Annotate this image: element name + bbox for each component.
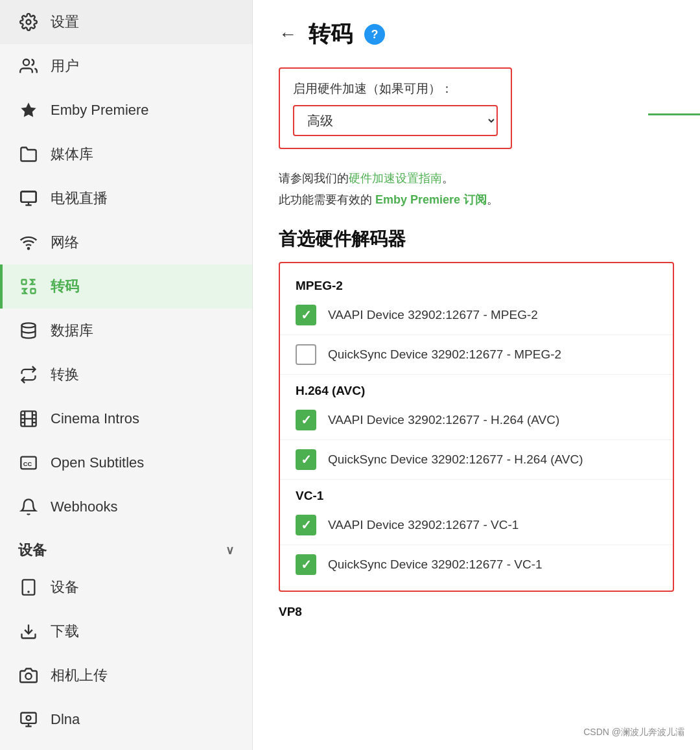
preferred-decoder-heading: 首选硬件解码器 xyxy=(279,227,674,252)
chevron-down-icon: ∨ xyxy=(226,543,234,557)
sidebar-item-label: 转换 xyxy=(51,365,79,384)
sidebar-item-database[interactable]: 数据库 xyxy=(0,309,252,353)
page-header: ← 转码 ? xyxy=(279,19,674,49)
sidebar-item-transcode[interactable]: 转码 xyxy=(0,264,252,309)
hw-accel-label: 启用硬件加速（如果可用）： xyxy=(293,80,498,97)
decoder-item: VAAPI Device 32902:12677 - VC-1 xyxy=(280,506,673,545)
decoder-checkbox[interactable] xyxy=(296,410,316,430)
decoder-checkbox[interactable] xyxy=(296,449,316,470)
sidebar-item-label: 转码 xyxy=(51,277,79,296)
codec-heading-mpeg2: MPEG-2 xyxy=(280,270,673,296)
help-button[interactable]: ? xyxy=(364,24,385,45)
sidebar-item-label: 下载 xyxy=(51,622,79,641)
page-title: 转码 xyxy=(309,19,353,49)
svg-text:CC: CC xyxy=(23,461,32,467)
main-content: ← 转码 ? 启用硬件加速（如果可用）： 无基础高级 请参阅我们的硬件加速设置指… xyxy=(253,0,700,750)
devices-section-label: 设备 xyxy=(18,541,47,560)
device-icon xyxy=(18,577,39,598)
hw-accel-section: 启用硬件加速（如果可用）： 无基础高级 xyxy=(279,67,512,149)
svg-point-24 xyxy=(25,674,31,679)
users-icon xyxy=(18,56,39,76)
vp8-heading: VP8 xyxy=(279,605,674,619)
info-line2: 此功能需要有效的 Emby Premiere 订阅。 xyxy=(279,191,674,209)
sidebar-item-emby-premiere[interactable]: Emby Premiere xyxy=(0,88,252,132)
svg-rect-3 xyxy=(21,192,36,202)
svg-point-10 xyxy=(22,323,36,327)
devices-section-header[interactable]: 设备 ∨ xyxy=(0,529,252,565)
sidebar-item-label: 数据库 xyxy=(51,321,93,340)
decoder-item: QuickSync Device 32902:12677 - MPEG-2 xyxy=(280,335,673,375)
download-icon xyxy=(18,621,39,642)
sidebar-item-webhooks[interactable]: Webhooks xyxy=(0,485,252,529)
sidebar-item-users[interactable]: 用户 xyxy=(0,44,252,88)
bell-icon xyxy=(18,497,39,517)
sidebar-item-label: Dlna xyxy=(51,711,80,728)
decoder-item: QuickSync Device 32902:12677 - H.264 (AV… xyxy=(280,440,673,480)
sidebar-item-label: Open Subtitles xyxy=(51,454,144,471)
sidebar-item-device[interactable]: 设备 xyxy=(0,565,252,609)
tv-icon xyxy=(18,188,39,209)
emby-premiere-link[interactable]: Emby Premiere 订阅 xyxy=(375,193,487,206)
decoder-label: VAAPI Device 32902:12677 - MPEG-2 xyxy=(328,308,538,322)
hw-guide-link[interactable]: 硬件加速设置指南 xyxy=(349,172,442,185)
database-icon xyxy=(18,320,39,341)
sidebar-item-label: Emby Premiere xyxy=(51,102,149,119)
sidebar-item-dlna[interactable]: Dlna xyxy=(0,697,252,742)
transcode-icon xyxy=(18,276,39,297)
dlna-icon xyxy=(18,709,39,730)
decoder-list-box: MPEG-2VAAPI Device 32902:12677 - MPEG-2Q… xyxy=(279,262,674,592)
camera-icon xyxy=(18,665,39,686)
decoder-item: QuickSync Device 32902:12677 - VC-1 xyxy=(280,545,673,584)
svg-rect-9 xyxy=(31,289,36,294)
sidebar: 设置 用户 Emby Premiere 媒体库 电视直播 网络 转码 数据库 转… xyxy=(0,0,253,750)
gear-icon xyxy=(18,12,39,32)
sidebar-item-label: 设备 xyxy=(51,578,79,597)
sidebar-item-label: 电视直播 xyxy=(51,189,108,208)
decoder-checkbox[interactable] xyxy=(296,554,316,575)
svg-point-1 xyxy=(23,60,29,65)
star-icon xyxy=(18,100,39,121)
svg-rect-25 xyxy=(21,713,36,723)
svg-point-28 xyxy=(27,716,31,720)
subtitles-icon: CC xyxy=(18,452,39,473)
convert-icon xyxy=(18,364,39,385)
wifi-icon xyxy=(18,232,39,253)
annotation-line xyxy=(648,113,700,115)
sidebar-item-label: 媒体库 xyxy=(51,145,93,164)
sidebar-item-label: 相机上传 xyxy=(51,666,108,685)
hw-accel-select[interactable]: 无基础高级 xyxy=(293,105,498,136)
codec-heading-h264: H.264 (AVC) xyxy=(280,375,673,401)
codec-heading-vc1: VC-1 xyxy=(280,480,673,506)
sidebar-item-camera-upload[interactable]: 相机上传 xyxy=(0,653,252,697)
back-button[interactable]: ← xyxy=(279,24,297,45)
decoder-label: QuickSync Device 32902:12677 - VC-1 xyxy=(328,557,542,572)
svg-marker-2 xyxy=(21,102,36,117)
decoder-item: VAAPI Device 32902:12677 - H.264 (AVC) xyxy=(280,401,673,440)
sidebar-item-label: 用户 xyxy=(51,56,79,76)
sidebar-item-label: 设置 xyxy=(51,12,79,32)
svg-rect-8 xyxy=(22,280,27,285)
sidebar-item-download[interactable]: 下载 xyxy=(0,609,252,653)
info-line1: 请参阅我们的硬件加速设置指南。 xyxy=(279,170,674,187)
watermark: CSDN @澜波儿奔波儿灞 xyxy=(583,727,684,738)
decoder-checkbox[interactable] xyxy=(296,515,316,535)
svg-rect-4 xyxy=(21,192,36,202)
decoder-label: QuickSync Device 32902:12677 - MPEG-2 xyxy=(328,347,561,362)
sidebar-item-open-subtitles[interactable]: CC Open Subtitles xyxy=(0,441,252,485)
cinema-icon xyxy=(18,408,39,429)
decoder-label: VAAPI Device 32902:12677 - VC-1 xyxy=(328,518,519,532)
svg-point-0 xyxy=(27,20,31,25)
sidebar-item-convert[interactable]: 转换 xyxy=(0,353,252,397)
decoder-checkbox[interactable] xyxy=(296,305,316,325)
sidebar-item-media-library[interactable]: 媒体库 xyxy=(0,132,252,176)
decoder-checkbox[interactable] xyxy=(296,344,316,365)
sidebar-item-label: Webhooks xyxy=(51,498,118,515)
decoder-label: VAAPI Device 32902:12677 - H.264 (AVC) xyxy=(328,413,559,427)
decoder-item: VAAPI Device 32902:12677 - MPEG-2 xyxy=(280,296,673,335)
folder-icon xyxy=(18,144,39,165)
sidebar-item-live-tv[interactable]: 电视直播 xyxy=(0,176,252,220)
decoder-label: QuickSync Device 32902:12677 - H.264 (AV… xyxy=(328,452,583,467)
sidebar-item-settings[interactable]: 设置 xyxy=(0,0,252,44)
sidebar-item-network[interactable]: 网络 xyxy=(0,220,252,264)
sidebar-item-cinema-intros[interactable]: Cinema Intros xyxy=(0,397,252,441)
